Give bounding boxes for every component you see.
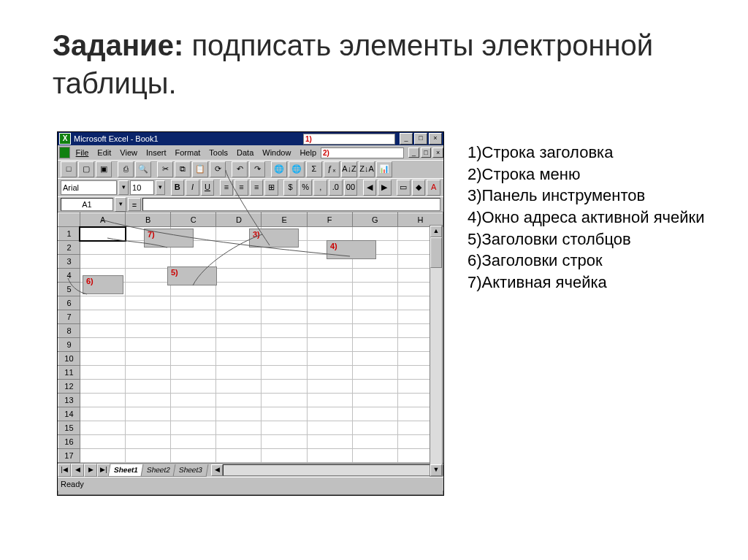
row-header[interactable]: 1 (58, 227, 80, 241)
sheet-tab-1[interactable]: Sheet1 (108, 464, 145, 477)
menu-data[interactable]: Data (232, 147, 258, 158)
doc-maximize-button[interactable]: □ (421, 147, 432, 158)
row-header[interactable]: 6 (58, 296, 80, 310)
undo-icon[interactable]: ↶ (232, 161, 248, 177)
font-color-icon[interactable]: A (427, 180, 440, 196)
bold-icon[interactable]: B (171, 180, 185, 196)
align-center-icon[interactable]: ≡ (234, 180, 248, 196)
col-header-E[interactable]: E (262, 213, 307, 227)
document-icon (59, 147, 70, 158)
row-header[interactable]: 7 (58, 310, 80, 324)
formula-input[interactable] (142, 198, 440, 211)
minimize-button[interactable]: _ (400, 133, 413, 145)
format-painter-icon[interactable]: ⟳ (210, 161, 226, 177)
maximize-button[interactable]: □ (414, 133, 427, 145)
autosum-icon[interactable]: Σ (306, 161, 322, 177)
save-icon[interactable]: ▣ (96, 161, 112, 177)
col-header-D[interactable]: D (216, 213, 262, 227)
row-header[interactable]: 12 (58, 380, 80, 394)
hyperlink-icon[interactable]: 🌐 (271, 161, 287, 177)
name-box[interactable]: A1 (61, 198, 113, 211)
spreadsheet-grid[interactable]: A B C D E F G H 1 2 3 4 5 6 7 8 9 10 11 … (58, 212, 443, 463)
row-header[interactable]: 16 (58, 435, 80, 449)
col-header-G[interactable]: G (352, 213, 397, 227)
font-size-selector[interactable]: 10 (130, 180, 154, 195)
sort-desc-icon[interactable]: Z↓A (359, 161, 375, 177)
merge-icon[interactable]: ⊞ (264, 180, 278, 196)
row-header[interactable]: 13 (58, 394, 80, 407)
function-icon[interactable]: ƒₓ (324, 161, 340, 177)
col-header-F[interactable]: F (307, 213, 352, 227)
preview-icon[interactable]: 🔍 (135, 161, 151, 177)
size-dropdown-icon[interactable]: ▾ (156, 180, 166, 195)
decrease-decimal-icon[interactable]: 00 (344, 180, 358, 196)
cell-A1[interactable] (80, 227, 125, 241)
increase-indent-icon[interactable]: ▶ (378, 180, 392, 196)
row-header[interactable]: 14 (58, 407, 80, 421)
open-icon[interactable]: ▢ (78, 161, 94, 177)
copy-icon[interactable]: ⧉ (175, 161, 191, 177)
row-header[interactable]: 10 (58, 352, 80, 366)
sheet-tab-3[interactable]: Sheet3 (172, 464, 208, 477)
italic-icon[interactable]: I (186, 180, 199, 196)
paste-icon[interactable]: 📋 (192, 161, 208, 177)
tab-nav-prev-icon[interactable]: ◀ (71, 464, 84, 477)
font-selector[interactable]: Arial (61, 180, 117, 195)
percent-icon[interactable]: % (299, 180, 313, 196)
col-header-C[interactable]: C (171, 213, 216, 227)
increase-decimal-icon[interactable]: .0 (329, 180, 343, 196)
border-icon[interactable]: ▭ (397, 180, 411, 196)
scroll-thumb[interactable] (430, 237, 442, 268)
row-header[interactable]: 8 (58, 324, 80, 338)
menu-tools[interactable]: Tools (205, 147, 232, 158)
sort-asc-icon[interactable]: A↓Z (341, 161, 357, 177)
horizontal-scrollbar[interactable]: ◀ ▶ (211, 464, 443, 476)
menu-format[interactable]: Format (170, 147, 205, 158)
fill-color-icon[interactable]: ◆ (412, 180, 426, 196)
new-icon[interactable]: □ (61, 161, 77, 177)
print-icon[interactable]: ⎙ (118, 161, 134, 177)
menu-help[interactable]: Help (295, 147, 321, 158)
align-right-icon[interactable]: ≡ (250, 180, 264, 196)
menu-insert[interactable]: Insert (142, 147, 171, 158)
equals-button[interactable]: = (128, 198, 141, 211)
row-header[interactable]: 4 (58, 269, 80, 283)
tab-nav-first-icon[interactable]: |◀ (58, 464, 71, 477)
decrease-indent-icon[interactable]: ◀ (363, 180, 377, 196)
font-dropdown-icon[interactable]: ▾ (118, 180, 129, 195)
currency-icon[interactable]: $ (283, 180, 297, 196)
tab-nav-next-icon[interactable]: ▶ (84, 464, 97, 477)
menu-edit[interactable]: Edit (93, 147, 115, 158)
chart-icon[interactable]: 📊 (376, 161, 392, 177)
redo-icon[interactable]: ↷ (249, 161, 265, 177)
close-button[interactable]: × (429, 133, 442, 145)
annotation-5: 5) (167, 266, 217, 285)
row-header[interactable]: 18 (58, 463, 80, 464)
scroll-up-icon[interactable]: ▲ (430, 226, 442, 237)
scroll-left-icon[interactable]: ◀ (211, 464, 223, 476)
vertical-scrollbar[interactable]: ▲ ▼ (430, 225, 443, 477)
sheet-tab-2[interactable]: Sheet2 (140, 464, 176, 477)
align-left-icon[interactable]: ≡ (220, 180, 234, 196)
doc-minimize-button[interactable]: _ (408, 147, 419, 158)
row-header[interactable]: 3 (58, 255, 80, 269)
web-icon[interactable]: 🌐 (289, 161, 305, 177)
scroll-down-icon[interactable]: ▼ (430, 464, 442, 476)
row-header[interactable]: 2 (58, 241, 80, 255)
name-dropdown-icon[interactable]: ▾ (115, 197, 126, 212)
row-header[interactable]: 9 (58, 338, 80, 352)
col-header-B[interactable]: B (126, 213, 171, 227)
row-header[interactable]: 11 (58, 366, 80, 380)
menu-file[interactable]: File (72, 147, 94, 158)
underline-icon[interactable]: U (201, 180, 215, 196)
select-all-corner[interactable] (58, 213, 80, 227)
row-header[interactable]: 5 (58, 283, 80, 296)
comma-icon[interactable]: , (313, 180, 327, 196)
doc-close-button[interactable]: × (432, 147, 443, 158)
menu-window[interactable]: Window (258, 147, 295, 158)
cut-icon[interactable]: ✂ (157, 161, 173, 177)
menu-view[interactable]: View (115, 147, 142, 158)
row-header[interactable]: 15 (58, 421, 80, 435)
row-header[interactable]: 17 (58, 449, 80, 463)
col-header-A[interactable]: A (80, 213, 125, 227)
